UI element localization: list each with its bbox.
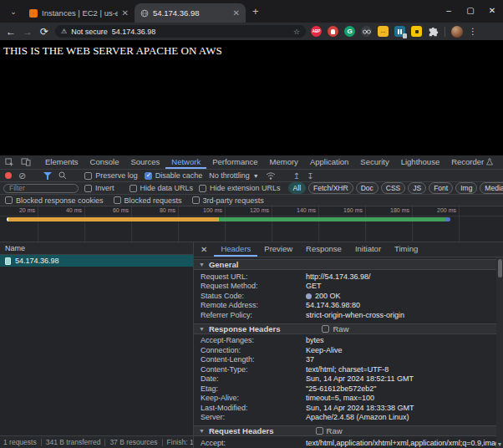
disable-cache-checkbox[interactable]: Disable cache — [145, 171, 203, 180]
filter-funnel-icon[interactable] — [43, 172, 52, 180]
pill-font[interactable]: Font — [429, 182, 453, 194]
raw-toggle[interactable]: Raw — [316, 426, 343, 435]
blocker-hand-icon[interactable] — [328, 26, 338, 37]
chrome-menu-icon[interactable]: ⋮ — [469, 27, 477, 36]
blocked-requests-checkbox[interactable]: Blocked requests — [114, 196, 182, 205]
devtools-tab-elements[interactable]: Elements — [39, 155, 84, 169]
checkbox-checked-icon[interactable] — [145, 172, 152, 180]
response-headers-section-header[interactable]: ▼ Response Headers Raw — [194, 323, 496, 334]
back-button[interactable]: ← — [5, 26, 17, 38]
filter-input[interactable] — [3, 184, 79, 193]
browser-tab-ec2[interactable]: Instances | EC2 | us-east-1 ✕ — [23, 3, 135, 23]
status-divider — [41, 439, 42, 446]
pill-doc[interactable]: Doc — [356, 182, 379, 194]
web-page-content: THIS IS THE WEB SERVER APACHE ON AWS — [0, 40, 503, 155]
forward-button[interactable]: → — [22, 26, 33, 38]
header-row: Etag:"25-61612be572eb2" — [194, 384, 496, 394]
devtools-tab-security[interactable]: Security — [354, 155, 394, 169]
yellow-note-extension-icon[interactable] — [411, 26, 422, 37]
devtools-tab-application[interactable]: Application — [304, 155, 354, 169]
more-tabs-chevron-icon[interactable]: » — [499, 155, 503, 169]
invert-checkbox[interactable]: Invert — [84, 184, 114, 192]
export-har-icon[interactable]: ↧ — [307, 171, 313, 181]
checkbox-icon[interactable] — [84, 172, 92, 180]
teal-docs-extension-icon[interactable] — [394, 26, 405, 37]
close-button[interactable]: ✕ — [481, 6, 503, 15]
pill-css[interactable]: CSS — [381, 182, 405, 194]
not-secure-label[interactable]: Not secure — [71, 28, 108, 36]
devtools-tab-console[interactable]: Console — [84, 155, 125, 169]
network-overview-timeline[interactable]: 20 ms 40 ms 60 ms 80 ms 100 ms 120 ms 14… — [0, 206, 503, 242]
tab-close-icon[interactable]: ✕ — [233, 8, 240, 18]
new-tab-button[interactable]: + — [252, 5, 259, 18]
header-row: Remote Address:54.174.36.98:80 — [194, 301, 496, 311]
pill-js[interactable]: JS — [408, 182, 426, 194]
close-details-icon[interactable]: ✕ — [194, 242, 214, 257]
details-tab-response[interactable]: Response — [299, 242, 348, 257]
url-text[interactable]: 54.174.36.98 — [112, 28, 289, 36]
pill-media[interactable]: Media — [480, 182, 503, 194]
record-button-icon[interactable] — [5, 172, 12, 179]
grammarly-icon[interactable]: G — [344, 26, 355, 37]
checkbox-icon[interactable] — [316, 427, 323, 435]
hide-data-urls-checkbox[interactable]: Hide data URLs — [130, 184, 194, 192]
throttling-dropdown[interactable]: No throttling▼ — [209, 171, 258, 180]
minimize-button[interactable]: – — [438, 6, 460, 15]
details-tab-timing[interactable]: Timing — [388, 242, 424, 257]
details-scrollbar[interactable]: ▼ — [496, 257, 503, 448]
yellow-extension-icon[interactable]: ··· — [378, 26, 389, 37]
hide-extension-urls-label: Hide extension URLs — [210, 184, 281, 192]
glasses-extension-icon[interactable] — [361, 26, 372, 37]
device-toolbar-icon[interactable] — [21, 158, 31, 166]
request-headers-section-header[interactable]: ▼ Request Headers Raw — [194, 425, 496, 436]
inspect-cursor-icon[interactable] — [5, 158, 14, 167]
devtools-tab-performance[interactable]: Performance — [206, 155, 263, 169]
scrollbar-thumb[interactable] — [498, 259, 502, 277]
checkbox-icon[interactable] — [5, 196, 13, 204]
blocked-response-cookies-checkbox[interactable]: Blocked response cookies — [5, 196, 104, 205]
page-body-text: THIS IS THE WEB SERVER APACHE ON AWS — [3, 44, 222, 57]
third-party-requests-checkbox[interactable]: 3rd-party requests — [192, 196, 264, 205]
checkbox-icon[interactable] — [322, 325, 329, 333]
raw-toggle[interactable]: Raw — [322, 324, 348, 333]
import-har-icon[interactable]: ↥ — [293, 171, 300, 181]
checkbox-icon[interactable] — [130, 185, 137, 192]
request-row[interactable]: 54.174.36.98 — [0, 255, 193, 267]
search-icon[interactable] — [58, 171, 67, 180]
scroll-down-arrow-icon[interactable]: ▼ — [496, 441, 503, 447]
devtools-tab-lighthouse[interactable]: Lighthouse — [395, 155, 445, 169]
pill-all[interactable]: All — [288, 182, 306, 194]
chevron-down-icon: ▼ — [253, 173, 259, 179]
devtools-tab-memory[interactable]: Memory — [264, 155, 304, 169]
reload-button[interactable]: ⟳ — [38, 26, 50, 38]
network-conditions-icon[interactable] — [266, 172, 276, 180]
flask-icon — [486, 158, 493, 165]
checkbox-icon[interactable] — [192, 196, 200, 204]
checkbox-icon[interactable] — [114, 196, 121, 204]
profile-avatar[interactable] — [451, 26, 463, 38]
extensions-puzzle-icon[interactable] — [428, 26, 439, 37]
devtools-tab-network[interactable]: Network — [165, 155, 206, 169]
preserve-log-checkbox[interactable]: Preserve log — [84, 171, 138, 180]
requests-name-header[interactable]: Name — [0, 242, 193, 255]
bookmark-star-icon[interactable]: ☆ — [293, 28, 300, 36]
pill-fetch-xhr[interactable]: Fetch/XHR — [308, 182, 353, 194]
details-tab-headers[interactable]: Headers — [214, 242, 257, 257]
devtools-tab-recorder[interactable]: Recorder — [445, 155, 499, 169]
details-tab-preview[interactable]: Preview — [257, 242, 299, 257]
devtools-tab-sources[interactable]: Sources — [124, 155, 165, 169]
general-section-header[interactable]: ▼ General — [194, 259, 496, 270]
tab-close-icon[interactable]: ✕ — [122, 8, 129, 18]
maximize-button[interactable]: ▢ — [460, 6, 481, 15]
clear-network-log-icon[interactable]: ⊘ — [18, 172, 26, 179]
address-bar[interactable]: ⚠ Not secure 54.174.36.98 ☆ — [55, 25, 306, 38]
checkbox-icon[interactable] — [199, 185, 206, 192]
checkbox-icon[interactable] — [84, 185, 92, 192]
details-tab-initiator[interactable]: Initiator — [348, 242, 388, 257]
browser-tab-webserver[interactable]: 54.174.36.98 ✕ — [135, 3, 246, 23]
tab-search-icon[interactable]: ⌄ — [5, 3, 22, 20]
hide-extension-urls-checkbox[interactable]: Hide extension URLs — [199, 184, 281, 192]
pill-img[interactable]: Img — [455, 182, 477, 194]
not-secure-warning-icon[interactable]: ⚠ — [61, 28, 67, 35]
adblock-plus-icon[interactable]: ABP — [311, 26, 322, 37]
